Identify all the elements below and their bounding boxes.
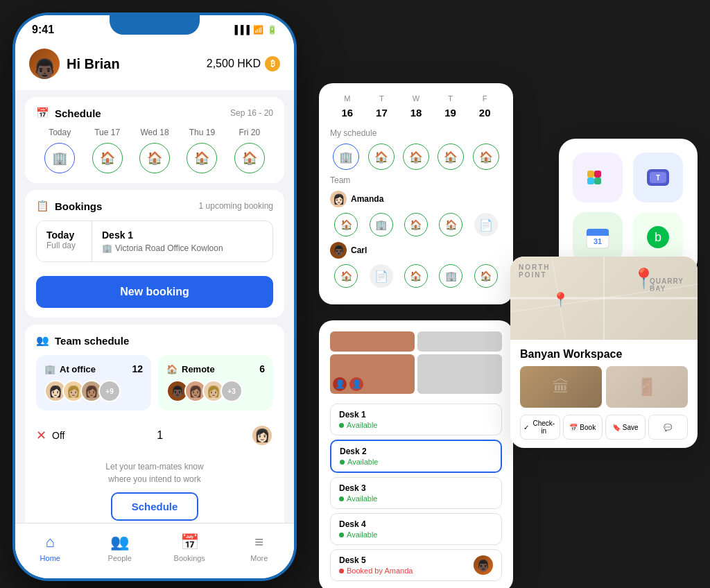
schedule-title: 📅 Schedule <box>36 107 101 119</box>
new-booking-button[interactable]: New booking <box>36 276 273 308</box>
desk-list: Desk 1 Available Desk 2 Available Desk 3… <box>330 404 502 581</box>
cal-icon-home-3: 🏠 <box>438 144 464 170</box>
calendar-widget: M T W T F 16 17 18 19 20 My schedule 🏢 🏠… <box>319 83 513 304</box>
schedule-card-header: 📅 Schedule Sep 16 - 20 <box>36 107 273 119</box>
avatar <box>29 49 60 79</box>
day-today: Today 🏢 <box>36 128 83 173</box>
desk-5-row[interactable]: Desk 5 Booked by Amanda 👨🏿 <box>330 549 502 581</box>
carl-name: Carl <box>351 245 367 255</box>
remote-stat-label: Remote <box>182 364 215 374</box>
desk-1-row[interactable]: Desk 1 Available <box>330 404 502 435</box>
svg-rect-3 <box>594 171 601 178</box>
office-stat-icon: 🏢 <box>44 364 55 374</box>
greeting-text: Hi Brian <box>67 56 120 72</box>
day-icon-wed: 🏠 <box>139 143 170 173</box>
calendar-icon: 📅 <box>36 107 49 119</box>
amanda-row: 👩🏻 Amanda <box>330 191 502 207</box>
team-label: Team <box>330 175 502 185</box>
floor-cell-3: 👤 👤 <box>330 354 415 394</box>
comment-button[interactable]: 💬 <box>648 415 689 440</box>
doc-icon: 📄 <box>474 213 498 236</box>
svg-text:T: T <box>656 174 660 182</box>
cal-days-header: M T W T F <box>330 94 502 103</box>
office-stat-count: 12 <box>132 363 143 374</box>
floor-cell-2 <box>417 331 502 352</box>
map-photo-hall: 🚪 <box>606 366 688 408</box>
cal-icon-home-1: 🏠 <box>368 144 395 170</box>
booking-info: Desk 1 🏢 Victoria Road Office Kowloon <box>92 221 272 261</box>
book-button[interactable]: 📅 Book <box>563 415 603 440</box>
desk-2-row[interactable]: Desk 2 Available <box>330 440 502 473</box>
bookings-count: 1 upcoming booking <box>199 201 273 211</box>
comment-icon: 💬 <box>664 424 672 431</box>
team-title: 👥 Team schedule <box>36 334 129 347</box>
svg-rect-9 <box>587 233 609 236</box>
office-avatar-more: +9 <box>98 380 121 402</box>
floor-plan: 👤 👤 <box>330 331 502 394</box>
day-thu: Thu 19 🏠 <box>178 128 225 173</box>
amanda-icons: 🏠 🏢 🏠 🏠 📄 <box>330 213 502 236</box>
hkd-badge: 2,500 HKD ₿ <box>207 56 280 71</box>
remote-stat: 🏠 Remote 6 👨🏿 👩🏽 👩🏼 +3 <box>158 355 273 410</box>
nav-home[interactable]: ⌂ Home <box>15 524 85 578</box>
checkin-button[interactable]: ✓ Check-in <box>520 415 560 440</box>
map-pin-2: 📍 <box>552 291 569 308</box>
desk-3-row[interactable]: Desk 3 Available <box>330 477 502 509</box>
office-avatar-stack: 👩🏻 👩🏼 👩🏽 +9 <box>44 380 143 402</box>
cta-text: Let your team-mates knowwhere you intend… <box>36 460 273 485</box>
map-area: NORTHPOINT QUARRYBAY 📍 📍 <box>510 257 698 340</box>
book-icon: 📅 <box>569 424 578 431</box>
signal-icon: ▐▐▐ <box>232 25 250 35</box>
day-wed: Wed 18 🏠 <box>131 128 178 173</box>
available-dot <box>339 423 344 428</box>
schedule-button[interactable]: Schedule <box>111 492 199 521</box>
nav-people[interactable]: 👥 People <box>85 524 155 578</box>
scroll-content[interactable]: Hi Brian 2,500 HKD ₿ 📅 Schedule Sep 1 <box>15 40 294 578</box>
schedule-card: 📅 Schedule Sep 16 - 20 Today 🏢 Tue 17 🏠 <box>25 97 284 183</box>
desk-widget: 👤 👤 Desk 1 Available Desk 2 Available De… <box>319 320 513 588</box>
map-info: Banyan Workspace 🏛 🚪 ✓ Check-in 📅 Book 🔖… <box>510 340 698 448</box>
map-widget: NORTHPOINT QUARRYBAY 📍 📍 Banyan Workspac… <box>510 257 698 448</box>
people-nav-icon: 👥 <box>110 533 129 551</box>
booking-entry: Today Full day Desk 1 🏢 Victoria Road Of… <box>36 220 273 262</box>
desk-booked-avatar: 👨🏿 <box>474 555 493 575</box>
x-icon: ✕ <box>36 428 46 443</box>
remote-stat-icon: 🏠 <box>166 364 178 374</box>
cal-dates: 16 17 18 19 20 <box>330 107 502 119</box>
svg-rect-2 <box>594 178 601 184</box>
map-roads <box>510 257 698 340</box>
save-icon: 🔖 <box>612 424 621 431</box>
nav-bookings[interactable]: 📅 Bookings <box>155 524 225 578</box>
bottom-nav: ⌂ Home 👥 People 📅 Bookings ≡ More <box>15 523 294 578</box>
save-button[interactable]: 🔖 Save <box>605 415 646 440</box>
office-stat-label: At office <box>60 364 96 374</box>
my-schedule-row: 🏢 🏠 🏠 🏠 🏠 <box>330 144 502 170</box>
map-photos: 🏛 🚪 <box>520 366 688 408</box>
battery-icon: 🔋 <box>267 25 277 35</box>
my-schedule-label: My schedule <box>330 128 502 138</box>
svg-rect-1 <box>587 171 594 178</box>
team-card-header: 👥 Team schedule <box>36 334 273 347</box>
cta-box: Let your team-mates knowwhere you intend… <box>36 453 273 528</box>
bookings-icon: 📋 <box>36 200 49 212</box>
svg-text:b: b <box>655 230 661 244</box>
day-icon-today: 🏢 <box>44 143 75 173</box>
schedule-days: Today 🏢 Tue 17 🏠 Wed 18 🏠 Thu 19 <box>36 128 273 173</box>
header-left: Hi Brian <box>29 49 120 79</box>
day-icon-tue: 🏠 <box>92 143 123 173</box>
status-icons: ▐▐▐ 📶 🔋 <box>232 25 277 35</box>
app-header: Hi Brian 2,500 HKD ₿ <box>15 40 294 90</box>
svg-text:31: 31 <box>594 237 602 245</box>
cal-icon-home-2: 🏠 <box>403 144 429 170</box>
coin-icon: ₿ <box>265 56 280 71</box>
booking-location: 🏢 Victoria Road Office Kowloon <box>102 243 263 253</box>
phone-frame: 9:41 ▐▐▐ 📶 🔋 Hi Brian 2,500 HKD ₿ <box>12 12 297 581</box>
cal-icon-home-4: 🏠 <box>473 144 499 170</box>
teams-icon: T <box>633 153 683 202</box>
floor-cell-1 <box>330 331 415 352</box>
desk-4-row[interactable]: Desk 4 Available <box>330 513 502 545</box>
cal-icon-office: 🏢 <box>333 144 359 170</box>
home-nav-icon: ⌂ <box>46 533 55 551</box>
bookings-card-header: 📋 Bookings 1 upcoming booking <box>36 200 273 212</box>
nav-more[interactable]: ≡ More <box>225 524 295 578</box>
